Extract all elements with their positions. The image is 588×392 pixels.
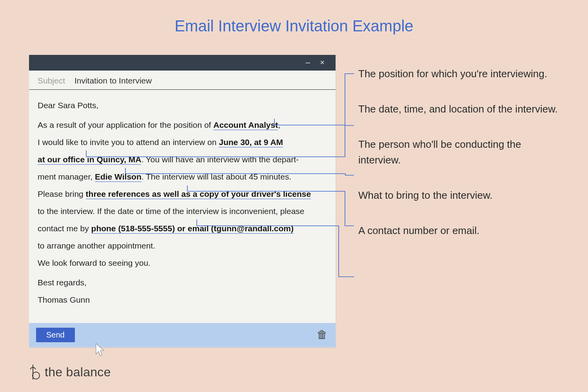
highlight-datetime-2: at our office in Quincy, MA bbox=[38, 155, 141, 165]
callout-position: The position for which you're interviewi… bbox=[358, 66, 562, 82]
subject-value: Invitation to Interview bbox=[74, 76, 152, 85]
line-4a: ment manager, bbox=[38, 172, 95, 181]
brand-logo-icon bbox=[29, 364, 41, 380]
trash-icon[interactable]: 🗑 bbox=[317, 328, 328, 341]
line-1a: As a result of your application for the … bbox=[38, 120, 213, 129]
brand: the balance bbox=[29, 364, 111, 380]
window-title-bar: – × bbox=[29, 55, 336, 71]
subject-label: Subject bbox=[38, 76, 65, 85]
callout-contact: A contact number or email. bbox=[358, 223, 562, 238]
callout-bring: What to bring to the interview. bbox=[358, 187, 562, 203]
email-body: Dear Sara Potts, As a result of your app… bbox=[29, 90, 336, 320]
line-greeting: Dear Sara Potts, bbox=[38, 97, 327, 114]
line-3b: . You will have an interview with the de… bbox=[141, 155, 299, 164]
highlight-bring: three references as well as a copy of yo… bbox=[86, 189, 311, 199]
cursor-icon bbox=[95, 343, 106, 357]
callouts: The position for which you're interviewi… bbox=[358, 66, 562, 258]
callout-datetime: The date, time, and location of the inte… bbox=[358, 101, 562, 117]
closing-1: Best regards, bbox=[38, 274, 327, 291]
highlight-contact: phone (518-555-5555) or email (tgunn@ran… bbox=[91, 224, 294, 234]
line-6: to the interview. If the date or time of… bbox=[38, 203, 327, 220]
line-7a: contact me by bbox=[38, 224, 91, 233]
email-footer: Send 🗑 bbox=[29, 323, 336, 347]
highlight-position: Account Analyst bbox=[213, 120, 278, 130]
subject-row: Subject Invitation to Interview bbox=[29, 71, 336, 90]
callout-person: The person who'll be conducting the inte… bbox=[358, 136, 562, 168]
brand-text: the balance bbox=[45, 365, 111, 379]
line-5a: Please bring bbox=[38, 189, 86, 198]
line-9: We look forward to seeing you. bbox=[38, 254, 327, 272]
minimize-icon[interactable]: – bbox=[306, 58, 314, 67]
line-2a: I would like to invite you to attend an … bbox=[38, 138, 219, 147]
highlight-person: Edie Wilson bbox=[95, 172, 142, 182]
closing-2: Thomas Gunn bbox=[38, 291, 327, 309]
close-icon[interactable]: × bbox=[320, 58, 328, 67]
email-window: – × Subject Invitation to Interview Dear… bbox=[29, 55, 336, 347]
highlight-datetime-1: June 30, at 9 AM bbox=[219, 138, 283, 147]
line-4c: . The interview will last about 45 minut… bbox=[142, 172, 291, 181]
line-8: to arrange another appointment. bbox=[38, 237, 327, 254]
send-button[interactable]: Send bbox=[36, 328, 75, 342]
line-1c: , bbox=[278, 120, 280, 129]
page-title: Email Interview Invitation Example bbox=[0, 17, 588, 35]
svg-point-1 bbox=[33, 372, 40, 379]
